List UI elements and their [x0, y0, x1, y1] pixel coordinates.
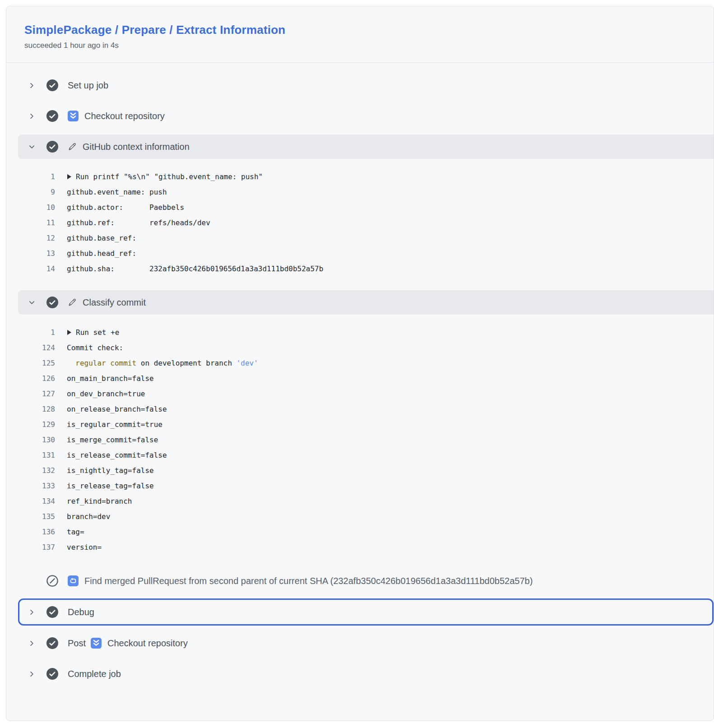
- job-header: SimplePackage / Prepare / Extract Inform…: [6, 6, 714, 63]
- log-line: 124Commit check:: [6, 340, 714, 355]
- check-circle-icon: [46, 668, 58, 680]
- log-line: 127on_dev_branch=true: [6, 386, 714, 401]
- step-label: Debug: [68, 607, 94, 617]
- step-find-merged-pullrequest-from-second-parent-o[interactable]: Find merged PullRequest from second pare…: [6, 566, 714, 596]
- log-text: is_merge_commit=false: [67, 436, 158, 444]
- line-number[interactable]: 125: [6, 359, 55, 367]
- check-circle-icon: [46, 110, 58, 122]
- check-circle-icon: [46, 79, 58, 91]
- log-line: 9github.event_name: push: [6, 184, 714, 199]
- line-number[interactable]: 136: [6, 528, 55, 536]
- log-segment: is_nightly_tag=false: [67, 466, 154, 475]
- log-segment: is_release_tag=false: [67, 482, 154, 490]
- line-number[interactable]: 1: [6, 172, 55, 181]
- log-segment: on development branch: [136, 359, 236, 367]
- log-line: 136tag=: [6, 524, 714, 539]
- step-header-classify-commit[interactable]: Classify commit: [18, 290, 714, 315]
- line-number[interactable]: 124: [6, 343, 55, 352]
- log-text: github.head_ref:: [67, 249, 136, 258]
- line-number[interactable]: 11: [6, 218, 55, 227]
- log-text: github.event_name: push: [67, 188, 167, 196]
- log-text: is_release_tag=false: [67, 482, 154, 490]
- log-segment: github.base_ref:: [67, 234, 136, 242]
- line-number[interactable]: 129: [6, 420, 55, 429]
- pencil-icon: [68, 142, 77, 151]
- line-number[interactable]: 133: [6, 482, 55, 490]
- log-text: github.ref: refs/heads/dev: [67, 218, 210, 227]
- step-debug[interactable]: Debug: [18, 598, 714, 626]
- step-header-github-context-information[interactable]: GitHub context information: [18, 134, 714, 159]
- log-segment: Commit check:: [67, 343, 123, 352]
- step-label: Complete job: [68, 669, 121, 679]
- log-line: 13github.head_ref:: [6, 246, 714, 261]
- chevron-down-icon[interactable]: [28, 143, 35, 150]
- log-segment: is_merge_commit=false: [67, 436, 158, 444]
- step-label: GitHub context information: [83, 142, 190, 152]
- log-line: 128on_release_branch=false: [6, 401, 714, 417]
- log-segment: github.ref: refs/heads/dev: [67, 218, 210, 227]
- log-text: on_release_branch=false: [67, 405, 167, 413]
- triangle-right-icon[interactable]: [67, 329, 72, 335]
- line-number[interactable]: 127: [6, 390, 55, 398]
- log-segment: is_regular_commit=true: [67, 420, 162, 429]
- log-text: version=: [67, 543, 102, 552]
- slash-circle-icon: [46, 575, 58, 587]
- chevron-right-icon[interactable]: [28, 112, 35, 120]
- log-line: 137version=: [6, 539, 714, 555]
- line-number[interactable]: 10: [6, 203, 55, 212]
- line-number[interactable]: 126: [6, 374, 55, 383]
- line-number[interactable]: 14: [6, 264, 55, 273]
- log-text: regular commit on development branch 'de…: [67, 359, 258, 367]
- check-circle-icon: [46, 606, 58, 618]
- triangle-right-icon[interactable]: [67, 174, 72, 180]
- log-text: is_release_commit=false: [67, 451, 167, 459]
- line-number[interactable]: 135: [6, 512, 55, 521]
- log-line: 135branch=dev: [6, 509, 714, 524]
- chevron-right-icon[interactable]: [28, 670, 35, 677]
- check-circle-icon: [46, 141, 58, 153]
- log-text: ref_kind=branch: [67, 497, 132, 505]
- log-text: is_nightly_tag=false: [67, 466, 154, 475]
- step-label-prefix: Post: [68, 638, 86, 649]
- log-text: tag=: [67, 528, 84, 536]
- step-label: Checkout repository: [107, 638, 188, 649]
- checkout-download-icon: [91, 638, 102, 649]
- line-number[interactable]: 9: [6, 188, 55, 196]
- log-line: 131is_release_commit=false: [6, 447, 714, 463]
- chevron-right-icon[interactable]: [28, 82, 35, 89]
- log-segment: [67, 359, 75, 367]
- log-segment: on_dev_branch=true: [67, 390, 145, 398]
- step-checkout-repository[interactable]: Checkout repository: [6, 101, 714, 131]
- chevron-right-icon[interactable]: [28, 608, 35, 616]
- log-line: 11github.ref: refs/heads/dev: [6, 215, 714, 230]
- step-label: Set up job: [68, 80, 108, 91]
- log-text: is_regular_commit=true: [67, 420, 162, 429]
- line-number[interactable]: 128: [6, 405, 55, 413]
- line-number[interactable]: 137: [6, 543, 55, 552]
- pencil-icon: [68, 298, 77, 307]
- log-line: 133is_release_tag=false: [6, 478, 714, 493]
- log-text: Run set +e: [67, 328, 119, 337]
- log-segment: Run printf "%s\n" "github.event_name: pu…: [76, 172, 263, 181]
- line-number[interactable]: 12: [6, 234, 55, 242]
- log-line: 125 regular commit on development branch…: [6, 355, 714, 371]
- check-circle-icon: [46, 637, 58, 649]
- chevron-down-icon[interactable]: [28, 299, 35, 306]
- log-line: 126on_main_branch=false: [6, 371, 714, 386]
- log-segment: regular commit: [75, 359, 136, 367]
- repeat-icon: [68, 575, 79, 586]
- line-number[interactable]: 134: [6, 497, 55, 505]
- line-number[interactable]: 13: [6, 249, 55, 258]
- page-title: SimplePackage / Prepare / Extract Inform…: [24, 23, 695, 37]
- chevron-right-icon[interactable]: [28, 640, 35, 647]
- step-complete-job[interactable]: Complete job: [6, 658, 714, 689]
- line-number[interactable]: 1: [6, 328, 55, 337]
- line-number[interactable]: 130: [6, 436, 55, 444]
- step-set-up-job[interactable]: Set up job: [6, 70, 714, 101]
- step-post-checkout-repository[interactable]: PostCheckout repository: [6, 628, 714, 658]
- log-line: 12github.base_ref:: [6, 230, 714, 246]
- line-number[interactable]: 131: [6, 451, 55, 459]
- log-text: github.sha: 232afb350c426b019656d1a3a3d1…: [67, 264, 323, 273]
- log-text: github.actor: Paebbels: [67, 203, 184, 212]
- line-number[interactable]: 132: [6, 466, 55, 475]
